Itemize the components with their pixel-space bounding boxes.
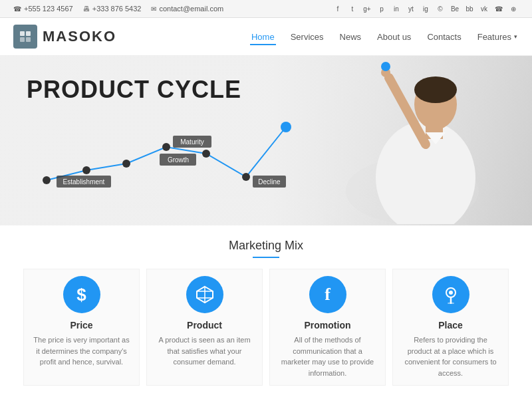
- svg-point-33: [449, 291, 453, 295]
- place-icon: [432, 276, 469, 313]
- nav-about[interactable]: About us: [376, 29, 412, 45]
- email-icon: ✉: [151, 5, 156, 13]
- nav-contacts[interactable]: Contacts: [426, 29, 462, 45]
- hero-title: PRODUCT CYCLE: [27, 76, 505, 104]
- svg-point-17: [202, 150, 210, 158]
- svg-point-18: [242, 173, 250, 181]
- skype-icon[interactable]: ⊕: [508, 3, 519, 14]
- marketing-mix-section: Marketing Mix $ Price The price is very …: [0, 225, 532, 392]
- svg-point-19: [281, 122, 291, 132]
- svg-point-16: [162, 143, 170, 151]
- behance-icon[interactable]: Be: [450, 3, 460, 14]
- promotion-title: Promotion: [278, 320, 377, 331]
- product-cycle-chart: Establishment Growth Maturity Decline: [27, 117, 306, 203]
- phone-icon: ☎: [13, 5, 21, 13]
- linkedin-icon[interactable]: in: [391, 3, 402, 14]
- product-icon: [186, 276, 223, 313]
- email: ✉ contact@email.com: [151, 5, 223, 13]
- cards-row: $ Price The price is very important as i…: [13, 269, 519, 386]
- product-title: Product: [155, 320, 254, 331]
- top-bar: ☎ +555 123 4567 🖷 +333 876 5432 ✉ contac…: [0, 0, 532, 18]
- copyright-icon[interactable]: ©: [435, 3, 446, 14]
- header: MASOKO Home Services News About us Conta…: [0, 18, 532, 56]
- fax-icon: 🖷: [83, 5, 90, 13]
- chevron-down-icon: ▾: [514, 33, 517, 40]
- place-card: Place Refers to providing the product at…: [392, 269, 509, 386]
- price-icon: $: [63, 276, 100, 313]
- facebook-icon[interactable]: f: [332, 3, 343, 14]
- section-title: Marketing Mix: [13, 239, 519, 253]
- svg-point-13: [43, 176, 51, 184]
- place-title: Place: [401, 320, 500, 331]
- svg-rect-0: [20, 31, 25, 36]
- contact-info: ☎ +555 123 4567 🖷 +333 876 5432 ✉ contac…: [13, 5, 223, 13]
- svg-text:Establishment: Establishment: [63, 178, 105, 186]
- social-links: f t g+ p in yt ig © Be bb vk ☎ ⊕: [332, 3, 519, 14]
- phone2-icon[interactable]: ☎: [493, 3, 504, 14]
- svg-point-14: [82, 166, 90, 174]
- logo: MASOKO: [13, 25, 116, 49]
- nav-services[interactable]: Services: [289, 29, 325, 45]
- logo-icon: [13, 25, 37, 49]
- nav-features[interactable]: Features ▾: [476, 29, 519, 45]
- svg-rect-1: [26, 31, 31, 36]
- pinterest-icon[interactable]: p: [376, 3, 387, 14]
- svg-text:Maturity: Maturity: [180, 138, 204, 146]
- svg-rect-2: [20, 37, 25, 42]
- promotion-card: f Promotion All of the methods of commun…: [269, 269, 386, 386]
- section-underline: [253, 257, 279, 258]
- promotion-desc: All of the methods of communication that…: [278, 334, 377, 378]
- main-nav: Home Services News About us Contacts Fea…: [250, 29, 519, 45]
- vk-icon[interactable]: vk: [479, 3, 489, 14]
- svg-point-15: [122, 160, 130, 168]
- svg-text:Growth: Growth: [168, 156, 189, 164]
- price-desc: The price is very important as it determ…: [32, 334, 131, 368]
- product-card: Product A product is seen as an item tha…: [146, 269, 263, 386]
- svg-text:Decline: Decline: [258, 178, 281, 186]
- youtube-icon[interactable]: yt: [406, 3, 416, 14]
- google-plus-icon[interactable]: g+: [362, 3, 372, 14]
- place-desc: Refers to providing the product at a pla…: [401, 334, 500, 378]
- instagram-icon[interactable]: ig: [420, 3, 431, 14]
- blackberry-icon[interactable]: bb: [464, 3, 475, 14]
- logo-text: MASOKO: [43, 28, 116, 45]
- nav-home[interactable]: Home: [250, 29, 276, 45]
- price-card: $ Price The price is very important as i…: [23, 269, 140, 386]
- hero-section: PRODUCT CYCLE Establishment Growth: [0, 56, 532, 225]
- svg-rect-3: [26, 37, 31, 42]
- phone1: ☎ +555 123 4567: [13, 5, 73, 13]
- nav-news[interactable]: News: [338, 29, 363, 45]
- price-title: Price: [32, 320, 131, 331]
- promotion-icon: f: [309, 276, 346, 313]
- twitter-icon[interactable]: t: [347, 3, 358, 14]
- hero-content: PRODUCT CYCLE Establishment Growth: [0, 56, 532, 225]
- phone2: 🖷 +333 876 5432: [83, 5, 142, 13]
- product-desc: A product is seen as an item that satisf…: [155, 334, 254, 368]
- svg-point-34: [448, 303, 454, 305]
